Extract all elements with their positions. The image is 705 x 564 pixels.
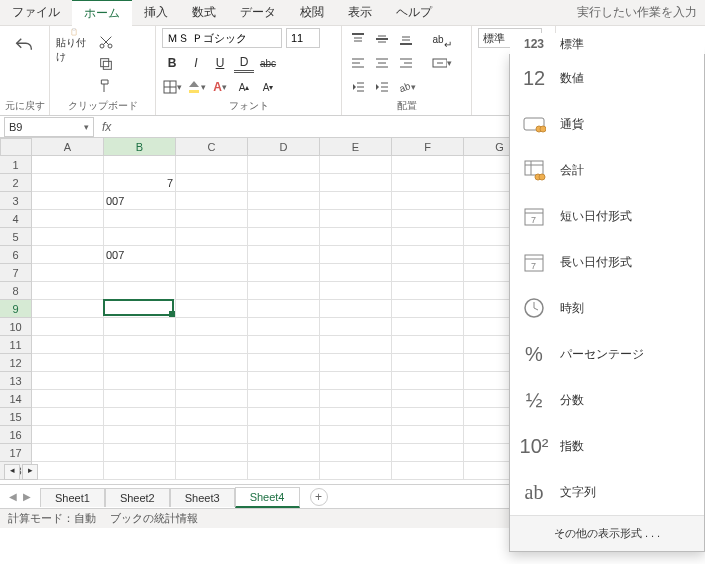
font-color-button[interactable]: A▾ xyxy=(210,77,230,97)
cell[interactable] xyxy=(176,372,248,390)
row-header[interactable]: 12 xyxy=(0,354,32,372)
row-header[interactable]: 14 xyxy=(0,390,32,408)
cell[interactable] xyxy=(320,282,392,300)
cell[interactable] xyxy=(104,264,176,282)
cell[interactable] xyxy=(104,372,176,390)
cut-button[interactable] xyxy=(96,32,116,52)
increase-font-button[interactable]: A▴ xyxy=(234,77,254,97)
cell[interactable] xyxy=(248,318,320,336)
cell[interactable] xyxy=(392,426,464,444)
decrease-font-button[interactable]: A▾ xyxy=(258,77,278,97)
cell[interactable] xyxy=(104,156,176,174)
scroll-left-button[interactable]: ◂ xyxy=(4,464,20,480)
cell[interactable] xyxy=(32,192,104,210)
row-header[interactable]: 7 xyxy=(0,264,32,282)
format-fraction-item[interactable]: ½ 分数 xyxy=(510,377,704,423)
cell[interactable] xyxy=(104,408,176,426)
cell[interactable] xyxy=(392,174,464,192)
cell[interactable]: 007 xyxy=(104,246,176,264)
align-bottom-button[interactable] xyxy=(396,29,416,49)
cell[interactable] xyxy=(320,192,392,210)
cell[interactable] xyxy=(32,390,104,408)
row-header[interactable]: 3 xyxy=(0,192,32,210)
cell[interactable] xyxy=(392,282,464,300)
cell[interactable] xyxy=(320,354,392,372)
cell[interactable] xyxy=(32,246,104,264)
cell[interactable] xyxy=(176,192,248,210)
format-painter-button[interactable] xyxy=(96,76,116,96)
cell[interactable] xyxy=(32,264,104,282)
row-header[interactable]: 2 xyxy=(0,174,32,192)
cell[interactable] xyxy=(392,336,464,354)
add-sheet-button[interactable]: + xyxy=(310,488,328,506)
format-long-date-item[interactable]: 7 長い日付形式 xyxy=(510,239,704,285)
cell[interactable] xyxy=(392,408,464,426)
fx-icon[interactable]: fx xyxy=(102,120,111,134)
cell[interactable] xyxy=(176,228,248,246)
align-top-button[interactable] xyxy=(348,29,368,49)
cell[interactable] xyxy=(104,462,176,480)
cell[interactable] xyxy=(320,210,392,228)
scroll-right-button[interactable]: ▸ xyxy=(22,464,38,480)
column-header[interactable]: B xyxy=(104,138,176,156)
more-number-formats-button[interactable]: その他の表示形式 . . . xyxy=(510,515,704,551)
menu-review[interactable]: 校閲 xyxy=(288,0,336,25)
cell[interactable] xyxy=(320,300,392,318)
cell[interactable] xyxy=(32,282,104,300)
cell[interactable] xyxy=(320,318,392,336)
format-number-item[interactable]: 12 数値 xyxy=(510,55,704,101)
cell[interactable] xyxy=(392,156,464,174)
cell[interactable] xyxy=(32,318,104,336)
cell[interactable] xyxy=(320,426,392,444)
sheet-tab-3[interactable]: Sheet3 xyxy=(170,488,235,507)
cell[interactable] xyxy=(104,336,176,354)
cell[interactable] xyxy=(392,372,464,390)
menu-file[interactable]: ファイル xyxy=(0,0,72,25)
sheet-tab-2[interactable]: Sheet2 xyxy=(105,488,170,507)
cell[interactable] xyxy=(248,354,320,372)
cell[interactable] xyxy=(176,210,248,228)
row-header[interactable]: 9 xyxy=(0,300,32,318)
cell[interactable] xyxy=(104,426,176,444)
cell[interactable] xyxy=(176,318,248,336)
cell[interactable] xyxy=(248,246,320,264)
cell[interactable] xyxy=(32,336,104,354)
strikethrough-button[interactable]: abc xyxy=(258,53,278,73)
underline-button[interactable]: U xyxy=(210,53,230,73)
row-header[interactable]: 17 xyxy=(0,444,32,462)
cell[interactable] xyxy=(32,444,104,462)
orientation-button[interactable]: ab▾ xyxy=(396,77,416,97)
cell[interactable] xyxy=(248,426,320,444)
cell[interactable] xyxy=(32,174,104,192)
cell[interactable] xyxy=(32,408,104,426)
cell[interactable] xyxy=(32,210,104,228)
cell[interactable] xyxy=(176,336,248,354)
format-text-item[interactable]: ab 文字列 xyxy=(510,469,704,515)
cell[interactable] xyxy=(32,300,104,318)
column-header[interactable]: D xyxy=(248,138,320,156)
cell[interactable] xyxy=(32,426,104,444)
cell[interactable] xyxy=(320,444,392,462)
column-header[interactable]: C xyxy=(176,138,248,156)
cell[interactable] xyxy=(392,462,464,480)
undo-button[interactable] xyxy=(6,28,42,64)
cell[interactable] xyxy=(176,282,248,300)
sheet-nav-prev[interactable]: ◀ xyxy=(6,491,20,502)
sheet-tab-4[interactable]: Sheet4 xyxy=(235,487,300,508)
format-accounting-item[interactable]: 会計 xyxy=(510,147,704,193)
font-size-select[interactable] xyxy=(286,28,320,48)
row-header[interactable]: 10 xyxy=(0,318,32,336)
row-header[interactable]: 6 xyxy=(0,246,32,264)
menu-help[interactable]: ヘルプ xyxy=(384,0,444,25)
bold-button[interactable]: B xyxy=(162,53,182,73)
menu-formulas[interactable]: 数式 xyxy=(180,0,228,25)
cell[interactable] xyxy=(392,264,464,282)
cell[interactable] xyxy=(104,300,176,318)
cell[interactable]: 007 xyxy=(104,192,176,210)
cell[interactable] xyxy=(104,210,176,228)
select-all-corner[interactable] xyxy=(0,138,32,156)
cell[interactable] xyxy=(392,300,464,318)
cell[interactable] xyxy=(392,228,464,246)
italic-button[interactable]: I xyxy=(186,53,206,73)
column-header[interactable]: E xyxy=(320,138,392,156)
